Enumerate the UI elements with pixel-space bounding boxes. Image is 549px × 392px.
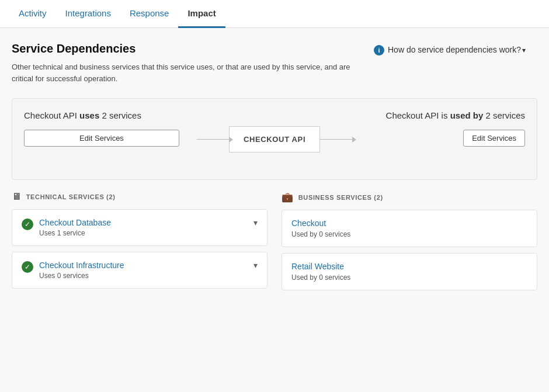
service-sub-checkout-database: Uses 1 service — [39, 229, 111, 237]
diagram-right-panel: Checkout API is used by 2 services Edit … — [358, 99, 537, 179]
tab-activity[interactable]: Activity — [9, 0, 56, 28]
list-item: ✓ Checkout Infrastructure Uses 0 service… — [12, 252, 267, 289]
service-sub-checkout-infrastructure: Uses 0 services — [39, 272, 124, 280]
list-item: Checkout Used by 0 services — [282, 210, 537, 247]
services-layout: 🖥 TECHNICAL SERVICES (2) ✓ Checkout Data… — [12, 192, 537, 296]
business-services-icon: 💼 — [282, 192, 294, 203]
technical-services-label: 🖥 TECHNICAL SERVICES (2) — [12, 192, 267, 202]
expand-icon[interactable]: ▾ — [253, 261, 258, 270]
info-link-text: How do service dependencies work?▾ — [388, 44, 526, 56]
api-box: CHECKOUT API — [229, 126, 320, 152]
diagram-left-panel: Checkout API uses 2 services Edit Servic… — [12, 99, 191, 179]
service-link-checkout[interactable]: Checkout — [291, 218, 527, 228]
service-link-checkout-infrastructure[interactable]: Checkout Infrastructure — [39, 261, 124, 270]
expand-icon[interactable]: ▾ — [253, 218, 258, 227]
list-item: ✓ Checkout Database Uses 1 service ▾ — [12, 209, 267, 246]
technical-services-icon: 🖥 — [12, 192, 22, 202]
main-content: Service Dependencies Other technical and… — [0, 28, 549, 310]
service-sub-retail-website: Used by 0 services — [291, 273, 527, 282]
edit-services-button-left[interactable]: Edit Services — [24, 130, 179, 147]
page-title: Service Dependencies — [12, 42, 360, 55]
info-icon: i — [374, 45, 384, 55]
business-services-section: 💼 BUSINESS SERVICES (2) Checkout Used by… — [282, 192, 537, 296]
used-by-label: Checkout API is used by 2 services — [386, 110, 525, 120]
tab-impact[interactable]: Impact — [178, 0, 225, 28]
dependencies-diagram: Checkout API uses 2 services Edit Servic… — [12, 98, 537, 180]
service-sub-checkout: Used by 0 services — [291, 230, 527, 238]
technical-services-section: 🖥 TECHNICAL SERVICES (2) ✓ Checkout Data… — [12, 192, 267, 296]
check-icon: ✓ — [22, 261, 33, 273]
business-services-label: 💼 BUSINESS SERVICES (2) — [282, 192, 537, 203]
check-icon: ✓ — [22, 218, 33, 230]
edit-services-button-right[interactable]: Edit Services — [463, 130, 525, 147]
section-description: Other technical and business services th… — [12, 61, 350, 84]
diagram-center: CHECKOUT API — [191, 99, 358, 179]
list-item: Retail Website Used by 0 services — [282, 253, 537, 290]
uses-label: Checkout API uses 2 services — [24, 110, 179, 120]
service-link-retail-website[interactable]: Retail Website — [291, 262, 527, 271]
tab-response[interactable]: Response — [120, 0, 179, 28]
nav-tabs: Activity Integrations Response Impact — [0, 0, 549, 28]
tab-integrations[interactable]: Integrations — [56, 0, 120, 28]
info-link[interactable]: i How do service dependencies work?▾ — [374, 44, 537, 56]
service-link-checkout-database[interactable]: Checkout Database — [39, 218, 111, 227]
